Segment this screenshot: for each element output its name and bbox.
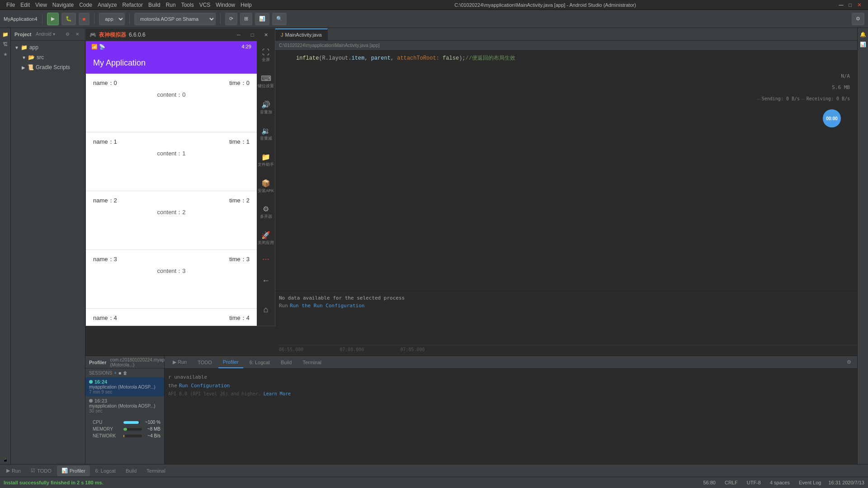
run-config-link-2[interactable]: Run Configuration xyxy=(179,383,230,389)
emu-btn-multi[interactable]: ⚙ 多开器 xyxy=(255,200,277,224)
menu-edit[interactable]: Edit xyxy=(18,1,33,9)
menu-refactor[interactable]: Refactor xyxy=(120,1,146,9)
sync-btn[interactable]: ⟳ xyxy=(225,13,237,25)
tab-logcat[interactable]: 6: Logcat xyxy=(91,465,120,476)
terminal-tab[interactable]: Terminal xyxy=(298,357,326,368)
menu-tools[interactable]: Tools xyxy=(179,1,197,9)
device-manager-icon[interactable]: 📱 xyxy=(1,455,10,464)
metrics-section: CPU ~100 % MEMORY ~8 MB xyxy=(85,417,164,441)
emu-btn-volume-up[interactable]: 🔊 音量加 xyxy=(255,95,277,120)
menu-build[interactable]: Build xyxy=(146,1,163,9)
breadcrumb-text: C:\01020224\myapplication\MainActivity.j… xyxy=(279,43,380,48)
right-icon-1[interactable]: 🔔 xyxy=(859,30,868,39)
tab-run[interactable]: ▶ Run xyxy=(2,465,25,476)
project-panel-header: Project Android ▾ ⚙ ✕ xyxy=(11,28,85,41)
profiler-content: SESSIONS + ■ 🗑 16:24 myapplication (Moto… xyxy=(85,369,164,464)
menu-file[interactable]: File xyxy=(4,1,18,9)
menu-window[interactable]: Window xyxy=(213,1,238,9)
toolbar-separator-3 xyxy=(129,14,130,24)
editor-tab-mainactivity[interactable]: J MainActivity.java xyxy=(275,28,328,40)
emu-btn-close-app[interactable]: 🚀 关闭应用 xyxy=(255,226,277,250)
emu-home-btn[interactable]: ⌂ xyxy=(255,297,277,322)
learn-more-link[interactable]: Learn More xyxy=(264,391,291,396)
bottom-tabs-bar: ▶ Run ☑ TODO 📊 Profiler 6: Logcat Build … xyxy=(0,464,868,477)
keymap-label: 键位设置 xyxy=(258,84,274,89)
encoding-indicator[interactable]: UTF-8 xyxy=(745,480,763,485)
tree-item-app[interactable]: ▼ 📁 app xyxy=(11,42,85,52)
crlf-indicator[interactable]: CRLF xyxy=(723,480,740,485)
add-session-btn[interactable]: + xyxy=(114,371,117,375)
menu-navigate[interactable]: Navigate xyxy=(50,1,76,9)
tree-item-gradle[interactable]: ▶ 📜 Gradle Scripts xyxy=(11,62,85,72)
timer-circle: 00:00 xyxy=(823,109,841,127)
maximize-btn[interactable]: □ xyxy=(846,1,854,9)
close-btn[interactable]: ✕ xyxy=(854,1,864,9)
emulator-logo: 🎮 xyxy=(90,32,96,38)
tab-todo[interactable]: ☑ TODO xyxy=(26,465,56,476)
android-selector[interactable]: Android ▾ xyxy=(36,32,55,37)
profiler-tab[interactable]: Profiler xyxy=(218,357,243,368)
right-icon-2[interactable]: 📊 xyxy=(859,40,868,49)
settings-run-icon[interactable]: ⚙ xyxy=(844,358,854,367)
menu-view[interactable]: View xyxy=(33,1,50,9)
emu-btn-keymap[interactable]: ⌨ 键位设置 xyxy=(255,69,277,94)
tree-item-src[interactable]: ▼ 📂 src xyxy=(11,52,85,62)
event-log-btn[interactable]: Event Log xyxy=(797,480,823,485)
delete-session-btn[interactable]: 🗑 xyxy=(123,371,127,375)
emu-btn-file[interactable]: 📁 文件助手 xyxy=(255,148,277,172)
stop-button[interactable]: ■ xyxy=(79,13,90,25)
memory-value: ~8 MB xyxy=(147,427,160,432)
no-data-msg: No data available for the selected proce… xyxy=(279,295,864,301)
device-selector[interactable]: motorola AOSP on Shama xyxy=(134,13,216,25)
settings-btn[interactable]: ⚙ xyxy=(852,13,864,25)
emu-btn-fullscreen[interactable]: ⛶ 全屏 xyxy=(255,43,277,67)
main-toolbar: MyApplication4 ▶ 🐛 ■ app motorola AOSP o… xyxy=(0,10,868,28)
tab-profiler[interactable]: 📊 Profiler xyxy=(57,465,90,476)
todo-tab[interactable]: TODO xyxy=(193,357,217,368)
panel-settings-icon[interactable]: ⚙ xyxy=(63,30,71,38)
emulator-maximize[interactable]: □ xyxy=(247,31,258,39)
project-icon[interactable]: 📁 xyxy=(1,30,10,39)
emu-dot-menu[interactable]: ⋯ xyxy=(255,252,277,266)
datetime-display: 16:31 2020/7/13 xyxy=(828,480,864,485)
tab-terminal[interactable]: Terminal xyxy=(142,465,170,476)
session-item-1[interactable]: 16:23 myapplication (Motorola AOSP...) 3… xyxy=(85,396,164,415)
run-button[interactable]: ▶ xyxy=(47,13,59,25)
emu-btn-volume-down[interactable]: 🔉 音量减 xyxy=(255,122,277,146)
menu-run[interactable]: Run xyxy=(163,1,179,9)
emu-btn-install[interactable]: 📦 安装APK xyxy=(255,174,277,198)
search-everywhere-btn[interactable]: 🔍 xyxy=(272,13,287,25)
menu-code[interactable]: Code xyxy=(76,1,95,9)
tab-build[interactable]: Build xyxy=(121,465,141,476)
run-config-selector[interactable]: app xyxy=(99,13,125,25)
file-icon: 📁 xyxy=(261,153,270,161)
build-tab[interactable]: Build xyxy=(276,357,296,368)
stop-session-btn[interactable]: ■ xyxy=(118,371,121,375)
file-position[interactable]: 56:80 xyxy=(701,480,717,485)
favorites-icon[interactable]: ★ xyxy=(1,50,10,59)
phone-content[interactable]: name：0 time：0 content：0 name：1 xyxy=(86,74,257,326)
item-1-name: name：1 xyxy=(93,138,117,146)
menu-vcs[interactable]: VCS xyxy=(197,1,213,9)
structure-icon[interactable]: 🏗 xyxy=(1,40,10,49)
run-config-link[interactable]: Run the Run Configuration xyxy=(290,303,365,309)
menu-help[interactable]: Help xyxy=(238,1,255,9)
emulator-close[interactable]: ✕ xyxy=(260,31,271,39)
layout-inspector-btn[interactable]: ⊞ xyxy=(240,13,252,25)
run-tab[interactable]: ▶ Run xyxy=(168,357,191,368)
panel-close-icon[interactable]: ✕ xyxy=(73,30,81,38)
emu-back-btn[interactable]: ← xyxy=(255,268,277,293)
menu-analyze[interactable]: Analyze xyxy=(95,1,120,9)
minimize-btn[interactable]: ─ xyxy=(836,0,846,9)
item-0-name: name：0 xyxy=(93,79,117,87)
memory-metric: MEMORY ~8 MB xyxy=(85,426,164,432)
session-item-0[interactable]: 16:24 myapplication (Motorola AOSP...) 7… xyxy=(85,377,164,396)
logcat-tab[interactable]: 6: Logcat xyxy=(245,357,274,368)
debug-button[interactable]: 🐛 xyxy=(61,13,76,25)
project-panel: Project Android ▾ ⚙ ✕ ▼ 📁 app ▼ 📂 src ▶ … xyxy=(11,28,85,464)
profile-btn[interactable]: 📊 xyxy=(255,13,269,25)
dot-menu-icon: ⋯ xyxy=(262,255,269,263)
emulator-minimize[interactable]: ─ xyxy=(233,31,244,39)
indent-indicator[interactable]: 4 spaces xyxy=(768,480,792,485)
java-file-icon: J xyxy=(281,32,283,38)
